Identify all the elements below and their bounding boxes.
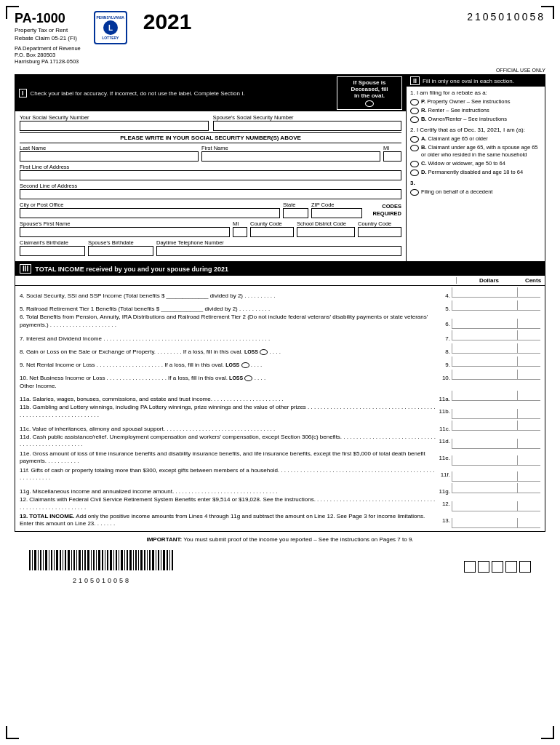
first-name-input[interactable] <box>201 151 380 162</box>
line-8-dollars[interactable] <box>452 343 517 354</box>
dollars-cents-header: Dollars Cents <box>15 276 545 286</box>
svg-rect-30 <box>107 550 108 570</box>
second-address-label: Second Line of Address <box>20 183 401 189</box>
line-9-cents[interactable] <box>517 356 540 367</box>
oval-d[interactable] <box>410 170 419 176</box>
line-11b-dollars[interactable] <box>452 409 517 419</box>
line-4-dollars[interactable] <box>452 287 517 298</box>
your-ssn-input[interactable] <box>20 121 209 131</box>
line-11d-cents[interactable] <box>517 439 540 449</box>
line-13-dollars[interactable] <box>452 518 517 528</box>
spouse-ssn-group: Spouse's Social Security Number <box>213 114 402 131</box>
line-5-text: 5. Railroad Retirement Tier 1 Benefits (… <box>20 306 439 312</box>
box-2 <box>478 561 489 573</box>
line-11d-dollars[interactable] <box>452 439 517 449</box>
county-code-input[interactable] <box>250 227 294 237</box>
line-5-dollars[interactable] <box>452 300 517 311</box>
oval-c[interactable] <box>410 161 419 167</box>
line-11a-text: 11a. Salaries, wages, bonuses, commissio… <box>20 396 436 402</box>
line-13: 13. TOTAL INCOME. Add only the positive … <box>20 513 540 528</box>
line-11g-dollars[interactable] <box>452 483 517 493</box>
loss-oval-10[interactable] <box>244 375 252 381</box>
line-7-cents[interactable] <box>517 330 540 340</box>
line-11f-dollars[interactable] <box>452 471 517 482</box>
phone-input[interactable] <box>156 246 401 256</box>
mi-input[interactable] <box>383 151 401 162</box>
q1-option-b: B. Owner/Renter – See instructions <box>410 116 541 123</box>
oval-p[interactable] <box>410 99 419 105</box>
oval-b2[interactable] <box>410 145 419 151</box>
zip-input[interactable] <box>311 208 362 218</box>
line-11c-dollars[interactable] <box>452 421 517 431</box>
barcode-number: 2105010058 <box>29 577 175 584</box>
svg-rect-37 <box>127 550 128 570</box>
oval-b[interactable] <box>410 116 419 123</box>
line-10-dollars[interactable] <box>452 370 517 380</box>
line-11f-num: 11f. <box>436 467 452 478</box>
line-10-cents[interactable] <box>517 370 540 380</box>
line-6-dollars[interactable] <box>452 319 517 329</box>
city-state-zip-row: City or Post Office State ZIP Code CODES… <box>20 202 401 218</box>
svg-rect-51 <box>167 550 168 570</box>
svg-rect-27 <box>98 550 100 570</box>
spouse-mi-label: MI <box>233 220 247 227</box>
loss-oval-9[interactable] <box>241 362 249 368</box>
line-12-dollars[interactable] <box>452 501 517 511</box>
section-ii-instruction: Fill in only one oval in each section. <box>423 78 514 84</box>
city-input[interactable] <box>20 208 280 218</box>
line-6: 6. Total Benefits from Pension, Annuity,… <box>20 314 540 329</box>
corner-bracket-bl <box>6 726 19 739</box>
oval-q3[interactable] <box>410 189 419 196</box>
line-13-cents[interactable] <box>517 518 540 528</box>
loss-oval-8[interactable] <box>260 349 268 355</box>
form-title-block: PA-1000 Property Tax or Rent Rebate Clai… <box>15 11 81 65</box>
school-district-input[interactable] <box>297 227 355 237</box>
line-11e-cents[interactable] <box>517 455 540 466</box>
spouse-mi-input[interactable] <box>233 227 247 237</box>
line-11b-num: 11b. <box>436 404 452 415</box>
corner-bracket-tr <box>541 6 554 19</box>
line-8-cents[interactable] <box>517 343 540 354</box>
svg-rect-50 <box>163 550 165 570</box>
oval-a[interactable] <box>410 136 419 143</box>
svg-rect-32 <box>113 550 114 570</box>
spouse-first-input[interactable] <box>20 227 230 237</box>
line-11a-dollars[interactable] <box>452 391 517 401</box>
svg-rect-23 <box>87 550 89 570</box>
form-header: PA-1000 Property Tax or Rent Rebate Clai… <box>15 11 545 65</box>
line-11e-text: 11e. Gross amount of loss of time insura… <box>20 450 436 466</box>
line-5-cents[interactable] <box>517 300 540 311</box>
q1-option-r: R. Renter – See instructions <box>410 107 541 114</box>
country-code-input[interactable] <box>358 227 401 237</box>
second-address-input[interactable] <box>20 189 401 199</box>
line-11b-cents[interactable] <box>517 409 540 419</box>
spouse-birth-input[interactable] <box>88 246 153 256</box>
line-9-dollars[interactable] <box>452 356 517 367</box>
q1-text: 1. I am filing for a rebate as a: <box>410 89 541 96</box>
deceased-oval[interactable] <box>365 100 374 107</box>
line-11f-cents[interactable] <box>517 471 540 482</box>
line-7-dollars[interactable] <box>452 330 517 340</box>
state-input[interactable] <box>283 208 308 218</box>
first-name-label: First Name <box>201 145 380 151</box>
spouse-ssn-input[interactable] <box>213 121 402 131</box>
city-group: City or Post Office <box>20 202 280 218</box>
svg-rect-3 <box>32 550 33 570</box>
line-11e-dollars[interactable] <box>452 455 517 466</box>
first-address-input[interactable] <box>20 170 401 180</box>
last-name-input[interactable] <box>20 151 199 162</box>
line-11g-cents[interactable] <box>517 483 540 493</box>
barcode-svg <box>29 550 175 575</box>
line-12-cents[interactable] <box>517 501 540 511</box>
line-10: 10. Net Business Income or Loss . . . . … <box>20 370 540 381</box>
oval-r[interactable] <box>410 108 419 114</box>
line-6-cents[interactable] <box>517 319 540 329</box>
line-4-cents[interactable] <box>517 287 540 298</box>
line-7-text: 7. Interest and Dividend Income . . . . … <box>20 335 439 342</box>
section-i-bar: I Check your label for accuracy. If inco… <box>15 75 406 111</box>
q2-block: 2. I Certify that as of Dec. 31, 2021, I… <box>410 127 541 176</box>
school-district-group: School District Code <box>297 220 355 237</box>
line-11a-cents[interactable] <box>517 391 540 401</box>
claimant-birth-input[interactable] <box>20 246 85 256</box>
line-11c-cents[interactable] <box>517 421 540 431</box>
